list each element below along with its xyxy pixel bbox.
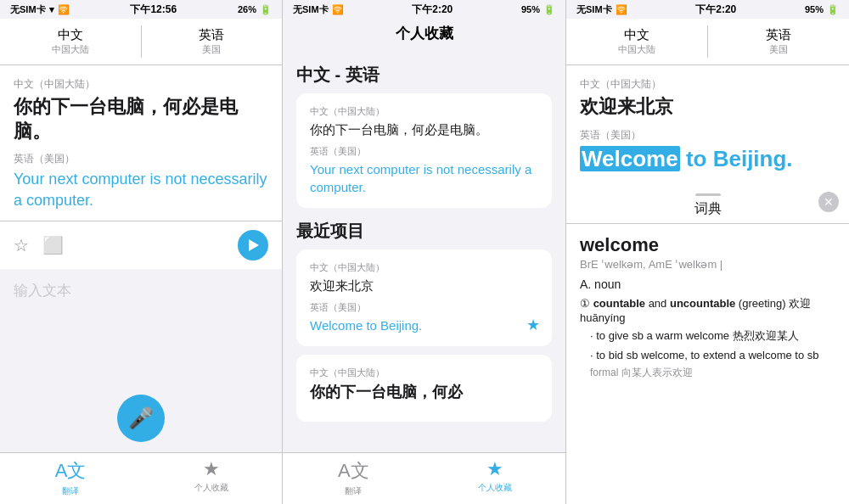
source-lang-name-3: 中文 xyxy=(573,27,700,43)
translate-icon-1: A文 xyxy=(55,458,87,484)
highlighted-word[interactable]: Welcome xyxy=(580,146,680,171)
target-lang-btn-1[interactable]: 英语 美国 xyxy=(141,19,282,64)
text-input-area-1[interactable]: 输入文本 xyxy=(0,269,282,384)
battery-icon-1: 🔋 xyxy=(260,4,272,15)
dict-translation-display: 中文（中国大陆） 欢迎来北京 英语（美国） Welcome to Beijing… xyxy=(566,65,849,185)
target-text-1: Your next computer is not necessarily a … xyxy=(14,169,268,211)
status-right-1: 26% 🔋 xyxy=(238,4,272,15)
source-lang-region-3: 中国大陆 xyxy=(573,43,700,56)
time-1: 下午12:56 xyxy=(130,3,177,17)
tab-favorites-label-2: 个人收藏 xyxy=(478,482,512,494)
dict-entry-header-1: ① countable and uncountable (greeting) 欢… xyxy=(580,296,835,324)
rest-of-translation: to Beijing. xyxy=(680,146,793,171)
battery-1: 26% xyxy=(238,4,256,14)
recent-card-1[interactable]: 中文（中国大陆） 欢迎来北京 英语（美国） Welcome to Beijing… xyxy=(296,249,552,346)
dict-pronunciation: BrE ˈwelkəm, AmE ˈwelkəm | xyxy=(580,258,835,271)
dict-bullet-2-sub: formal 向某人表示欢迎 xyxy=(580,366,835,380)
tab-translate-label-1: 翻译 xyxy=(62,485,79,497)
tab-bar-2: A文 翻译 ★ 个人收藏 xyxy=(283,452,565,504)
tab-bar-1: A文 翻译 ★ 个人收藏 xyxy=(0,452,282,504)
dict-close-button[interactable]: ✕ xyxy=(818,192,839,212)
panel-favorites: 无SIM卡 🛜 下午2:20 95% 🔋 个人收藏 中文 - 英语 中文（中国大… xyxy=(283,0,566,504)
favorite-icon-1[interactable]: ☆ xyxy=(14,235,29,255)
favorites-icon-2: ★ xyxy=(486,458,503,480)
favorites-scroll[interactable]: 中文 - 英语 中文（中国大陆） 你的下一台电脑，何必是电脑。 英语（美国） Y… xyxy=(283,52,565,452)
section-title-recent: 最近项目 xyxy=(296,220,552,243)
fav-source-label-1: 中文（中国大陆） xyxy=(310,105,538,118)
battery-icon-2: 🔋 xyxy=(543,4,555,15)
translation-display-1: 中文（中国大陆） 你的下一台电脑，何必是电脑。 英语（美国） Your next… xyxy=(0,65,282,221)
status-right-2: 95% 🔋 xyxy=(521,4,555,15)
recent-card-2[interactable]: 中文（中国大陆） 你的下一台电脑，何必 xyxy=(296,355,552,422)
action-bar-1: ☆ ⬜ xyxy=(0,221,282,269)
device-icon-1[interactable]: ⬜ xyxy=(42,235,64,255)
rec-target-label-1: 英语（美国） xyxy=(310,301,538,314)
favorites-title: 个人收藏 xyxy=(396,25,453,42)
favorites-card-1[interactable]: 中文（中国大陆） 你的下一台电脑，何必是电脑。 英语（美国） Your next… xyxy=(296,93,552,208)
dict-pron-bre: BrE ˈwelkəm, xyxy=(580,258,646,271)
target-label-1: 英语（美国） xyxy=(14,152,268,166)
lang-selector-3: 中文 中国大陆 英语 美国 xyxy=(566,19,849,65)
battery-icon-3: 🔋 xyxy=(827,4,839,15)
wifi-icon: 🛜 xyxy=(58,4,70,15)
dict-panel[interactable]: 词典 ✕ welcome BrE ˈwelkəm, AmE ˈwelkəm | … xyxy=(566,185,849,504)
dict-source-text: 欢迎来北京 xyxy=(580,95,835,120)
tab-translate-label-2: 翻译 xyxy=(345,485,362,497)
target-lang-region-3: 美国 xyxy=(715,43,842,56)
dict-entry-text-1: ① countable and uncountable (greeting) 欢… xyxy=(580,297,811,324)
wifi-icon-2: 🛜 xyxy=(332,4,344,15)
dict-entry-1: ① countable and uncountable (greeting) 欢… xyxy=(580,296,835,380)
play-button-1[interactable] xyxy=(238,230,268,260)
dict-target-label: 英语（美国） xyxy=(580,128,835,143)
rec-target-text-1: Welcome to Beijing. xyxy=(310,316,538,334)
favorites-icon-1: ★ xyxy=(203,458,220,480)
rec-source-label-1: 中文（中国大陆） xyxy=(310,261,538,274)
dict-target-highlighted: Welcome to Beijing. xyxy=(580,145,835,174)
rec-source-label-2: 中文（中国大陆） xyxy=(310,367,538,379)
translate-icon-2: A文 xyxy=(338,458,369,484)
section-title-favorites: 中文 - 英语 xyxy=(296,64,552,87)
target-lang-region-1: 美国 xyxy=(148,43,275,56)
source-text-1: 你的下一台电脑，何必是电脑。 xyxy=(14,95,268,143)
rec-source-text-2: 你的下一台电脑，何必 xyxy=(310,382,538,403)
play-triangle-1 xyxy=(249,239,259,251)
dict-source-label: 中文（中国大陆） xyxy=(580,77,835,92)
source-lang-btn-1[interactable]: 中文 中国大陆 xyxy=(0,19,141,64)
status-bar-3: 无SIM卡 🛜 下午2:20 95% 🔋 xyxy=(566,0,849,19)
time-2: 下午2:20 xyxy=(412,3,453,17)
status-left-1: 无SIM卡 ▾ 🛜 xyxy=(10,3,70,16)
tab-favorites-2[interactable]: ★ 个人收藏 xyxy=(424,458,566,497)
source-lang-btn-3[interactable]: 中文 中国大陆 xyxy=(566,19,707,64)
rec-source-text-1: 欢迎来北京 xyxy=(310,277,538,294)
source-lang-name-1: 中文 xyxy=(7,27,134,43)
signal-icon: ▾ xyxy=(49,4,54,15)
target-lang-btn-3[interactable]: 英语 美国 xyxy=(708,19,849,64)
mic-container-1: 🎤 xyxy=(0,384,282,452)
dict-drag-handle xyxy=(695,193,721,196)
panel-translation-main: 无SIM卡 ▾ 🛜 下午12:56 26% 🔋 中文 中国大陆 英语 美国 中文… xyxy=(0,0,283,504)
target-lang-name-3: 英语 xyxy=(715,27,842,43)
input-placeholder-1: 输入文本 xyxy=(14,283,71,299)
dict-word: welcome xyxy=(580,234,835,256)
card-star-1[interactable]: ★ xyxy=(526,316,540,334)
favorites-header: 个人收藏 xyxy=(283,19,565,52)
tab-translate-2[interactable]: A文 翻译 xyxy=(283,458,424,497)
lang-selector-1: 中文 中国大陆 英语 美国 xyxy=(0,19,282,65)
tab-favorites-1[interactable]: ★ 个人收藏 xyxy=(141,458,282,497)
dict-content: welcome BrE ˈwelkəm, AmE ˈwelkəm | A. no… xyxy=(566,224,849,399)
dict-bullet-1: to give sb a warm welcome 热烈欢迎某人 xyxy=(580,328,835,344)
tab-translate-1[interactable]: A文 翻译 xyxy=(0,458,141,497)
dict-bullet-2: to bid sb welcome, to extend a welcome t… xyxy=(580,347,835,364)
carrier-1: 无SIM卡 xyxy=(10,3,46,16)
dict-title: 词典 xyxy=(694,200,722,218)
carrier-3: 无SIM卡 xyxy=(576,3,612,16)
fav-target-label-1: 英语（美国） xyxy=(310,145,538,158)
mic-button-1[interactable]: 🎤 xyxy=(117,395,165,442)
battery-2: 95% xyxy=(521,4,540,14)
dict-pron-ame: AmE ˈwelkəm | xyxy=(649,258,723,271)
status-left-3: 无SIM卡 🛜 xyxy=(576,3,627,16)
tab-favorites-label-1: 个人收藏 xyxy=(194,482,228,494)
close-icon: ✕ xyxy=(824,195,834,209)
mic-icon-1: 🎤 xyxy=(128,406,154,430)
status-left-2: 无SIM卡 🛜 xyxy=(293,3,344,16)
